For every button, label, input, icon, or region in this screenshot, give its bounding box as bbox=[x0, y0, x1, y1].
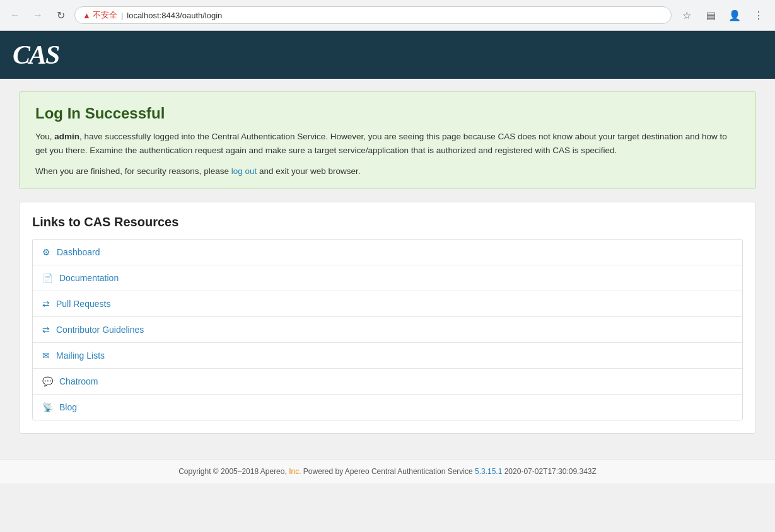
url-display: localhost:8443/oauth/login bbox=[127, 11, 222, 20]
site-header: CAS bbox=[0, 31, 775, 79]
security-warning: ▲ 不安全 bbox=[83, 9, 117, 21]
resource-pull-requests[interactable]: ⇄ Pull Requests bbox=[33, 291, 742, 317]
gear-icon: ⚙ bbox=[42, 247, 50, 257]
browser-chrome: ← → ↻ ▲ 不安全 | localhost:8443/oauth/login… bbox=[0, 0, 775, 31]
site-footer: Copyright © 2005–2018 Apereo, Inc. Power… bbox=[0, 459, 775, 483]
username: admin bbox=[54, 132, 79, 141]
main-content: Log In Successful You, admin, have succe… bbox=[0, 79, 775, 446]
resource-chatroom[interactable]: 💬 Chatroom bbox=[33, 369, 742, 395]
footer-text-pre: Copyright © 2005–2018 Apereo, bbox=[178, 467, 289, 476]
doc-icon: 📄 bbox=[42, 273, 53, 283]
resource-label: Documentation bbox=[59, 273, 119, 283]
bookmark-button[interactable]: ☆ bbox=[677, 5, 697, 25]
more-button[interactable]: ⋮ bbox=[749, 5, 769, 25]
success-message: You, admin, have successfully logged int… bbox=[35, 130, 740, 157]
back-button[interactable]: ← bbox=[6, 6, 24, 24]
resource-label: Contributor Guidelines bbox=[56, 325, 144, 335]
success-title: Log In Successful bbox=[35, 105, 740, 122]
footer-text-post: 2020-07-02T17:30:09.343Z bbox=[502, 467, 596, 476]
chat-icon: 💬 bbox=[42, 376, 53, 386]
separator: | bbox=[121, 11, 123, 20]
footer-text-mid: Powered by Apereo Central Authentication… bbox=[301, 467, 475, 476]
resource-label: Dashboard bbox=[57, 247, 100, 257]
contributor-icon: ⇄ bbox=[42, 325, 50, 335]
resources-title: Links to CAS Resources bbox=[32, 215, 743, 229]
warning-icon: ▲ bbox=[83, 11, 91, 20]
toolbar-actions: ☆ ▤ 👤 ⋮ bbox=[677, 5, 769, 25]
footer-version: 5.3.15.1 bbox=[475, 467, 502, 476]
resource-dashboard[interactable]: ⚙ Dashboard bbox=[33, 240, 742, 265]
resources-box: Links to CAS Resources ⚙ Dashboard 📄 Doc… bbox=[19, 202, 756, 434]
footer-company-link[interactable]: Inc. bbox=[289, 467, 301, 476]
address-bar[interactable]: ▲ 不安全 | localhost:8443/oauth/login bbox=[74, 6, 672, 24]
mail-icon: ✉ bbox=[42, 350, 50, 361]
resource-label: Pull Requests bbox=[56, 299, 110, 309]
cas-logo: CAS bbox=[13, 40, 59, 70]
resource-documentation[interactable]: 📄 Documentation bbox=[33, 265, 742, 291]
resource-list: ⚙ Dashboard 📄 Documentation ⇄ Pull Reque… bbox=[32, 239, 743, 420]
resource-contributor-guidelines[interactable]: ⇄ Contributor Guidelines bbox=[33, 317, 742, 343]
browser-toolbar: ← → ↻ ▲ 不安全 | localhost:8443/oauth/login… bbox=[0, 0, 775, 30]
resource-blog[interactable]: 📡 Blog bbox=[33, 395, 742, 420]
resource-label: Blog bbox=[59, 402, 77, 412]
rss-icon: 📡 bbox=[42, 402, 53, 412]
success-box: Log In Successful You, admin, have succe… bbox=[19, 91, 756, 189]
pull-request-icon: ⇄ bbox=[42, 299, 50, 309]
user-button[interactable]: 👤 bbox=[725, 5, 745, 25]
resource-label: Chatroom bbox=[59, 376, 98, 386]
resource-label: Mailing Lists bbox=[56, 350, 105, 361]
reload-button[interactable]: ↻ bbox=[52, 6, 69, 24]
resource-mailing-lists[interactable]: ✉ Mailing Lists bbox=[33, 343, 742, 369]
logout-link[interactable]: log out bbox=[231, 166, 257, 176]
tab-button[interactable]: ▤ bbox=[701, 5, 721, 25]
security-note: When you are finished, for security reas… bbox=[35, 166, 740, 176]
page-wrapper: CAS Log In Successful You, admin, have s… bbox=[0, 31, 775, 531]
forward-button[interactable]: → bbox=[29, 6, 47, 24]
